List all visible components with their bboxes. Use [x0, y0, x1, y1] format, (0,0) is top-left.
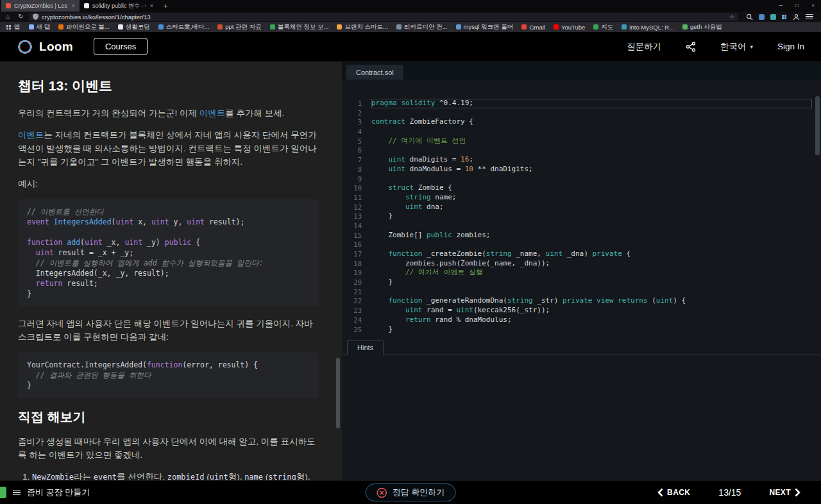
lesson-scrollbar[interactable]	[336, 358, 340, 428]
editor-line[interactable]: 16	[342, 240, 821, 249]
editor-line[interactable]: 9	[342, 174, 821, 184]
editor-line[interactable]: 1pragma solidity ^0.4.19;	[342, 99, 821, 108]
bookmark-item[interactable]: 스타트業,배다...	[158, 23, 210, 31]
editor-line[interactable]: 17 function _createZombie(string _name, …	[342, 249, 821, 259]
bookmark-favicon-icon	[554, 24, 559, 29]
editor-line[interactable]: 8 uint dnaModulus = 10 ** dnaDigits;	[342, 165, 821, 174]
browser-tab[interactable]: solidity public 변수 - Goo...×	[80, 0, 158, 12]
bookmark-label: 앱	[14, 23, 21, 31]
bookmark-item[interactable]: 브랜치 스마트...	[337, 23, 388, 31]
editor-scrollbar[interactable]	[815, 96, 820, 155]
bookmark-item[interactable]: YouTube	[554, 24, 585, 31]
check-answer-button[interactable]: 정답 확인하기	[366, 483, 456, 501]
editor-line[interactable]: 23 uint rand = uint(keccak256(_str));	[342, 306, 821, 315]
bookmark-item[interactable]: 지도	[593, 23, 613, 31]
tab-close-icon[interactable]: ×	[71, 3, 75, 9]
bookmark-item[interactable]: geth 사용법	[682, 23, 722, 31]
bookmark-item[interactable]: mysql 워크맨 폴더	[456, 23, 514, 31]
editor-line[interactable]: 21	[342, 287, 821, 297]
editor-line[interactable]: 7 uint dnaDigits = 16;	[342, 155, 821, 165]
site-header: Loom Courses 질문하기 한국어 ▾ Sign In	[0, 32, 821, 62]
lesson-link[interactable]: 이벤트	[18, 130, 44, 140]
browser-tab[interactable]: CryptoZombies | Lesson ...×	[1, 0, 80, 12]
editor-line[interactable]: 25 }	[342, 325, 821, 335]
editor-line[interactable]: 2	[342, 108, 821, 118]
editor-code-area[interactable]: 1pragma solidity ^0.4.19;2 3contract Zom…	[342, 80, 821, 334]
brand-name[interactable]: Loom	[39, 40, 73, 54]
share-icon[interactable]	[686, 42, 696, 52]
bookmark-item[interactable]: 리카르디안 컨...	[396, 23, 448, 31]
editor-line[interactable]: 3contract ZombieFactory {	[342, 117, 821, 127]
ask-question-link[interactable]: 질문하기	[627, 41, 661, 53]
new-tab-button[interactable]: +	[158, 2, 173, 10]
editor-line[interactable]: 15 Zombie[] public zombies;	[342, 231, 821, 240]
profile-icon[interactable]	[793, 13, 800, 21]
editor-line[interactable]: 20 }	[342, 278, 821, 287]
loom-logo-icon[interactable]	[17, 38, 33, 55]
search-icon[interactable]	[746, 13, 753, 21]
url-bar[interactable]: cryptozombies.io/ko/lesson/1/chapter/13 …	[29, 13, 738, 21]
editor-line-code: uint rand = uint(keccak256(_str));	[371, 306, 812, 315]
bookmarks-bar: 앱새 탭파이썬으로 블...생활코딩스타트業,배다...ppt 관련 자료블록체…	[0, 22, 821, 32]
editor-line[interactable]: 13 }	[342, 212, 821, 221]
editor-line-number: 12	[342, 203, 371, 212]
tab-close-icon[interactable]: ×	[149, 3, 153, 9]
editor-line-number: 22	[342, 296, 371, 306]
editor-line[interactable]: 5 // 여기에 이벤트 선언	[342, 137, 821, 146]
bookmark-label: ppt 관련 자료	[225, 23, 262, 31]
sign-in-link[interactable]: Sign In	[777, 42, 804, 51]
extension-icon[interactable]	[770, 14, 776, 20]
lesson-paragraph: 예시:	[18, 177, 319, 190]
editor-line[interactable]: 6	[342, 146, 821, 155]
home-icon[interactable]: ⌂	[3, 12, 13, 22]
bookmark-item[interactable]: 블록체인 정보 보...	[270, 23, 329, 31]
chapters-menu-icon[interactable]	[13, 490, 21, 495]
courses-button[interactable]: Courses	[94, 38, 148, 55]
bookmark-item[interactable]: into MySQL: R...	[622, 24, 674, 31]
editor-line[interactable]: 24 return rand % dnaModulus;	[342, 315, 821, 325]
bookmark-favicon-icon	[58, 24, 63, 29]
lesson-footer-bar: 좀비 공장 만들기 정답 확인하기 BACK 13/15 NEXT	[0, 480, 821, 504]
lesson-body: 우리의 컨트랙트가 거의 완성되어 가는군! 이제 이벤트를 추가해 보세.이벤…	[18, 106, 319, 480]
apps-grid-icon[interactable]	[782, 15, 784, 17]
next-button[interactable]: NEXT	[769, 488, 800, 497]
code-line	[27, 227, 310, 237]
editor-line-number: 3	[342, 117, 371, 127]
window-minimize-button[interactable]: ─	[773, 0, 789, 12]
bookmark-label: 브랜치 스마트...	[344, 23, 388, 31]
bookmark-star-icon[interactable]: ☆	[729, 13, 734, 20]
editor-line[interactable]: 10 struct Zombie {	[342, 183, 821, 193]
editor-line[interactable]: 19 // 여기서 이벤트 실행	[342, 268, 821, 278]
editor-line[interactable]: 22 function _generateRandomDna(string _s…	[342, 296, 821, 306]
bookmark-item[interactable]: 새 탭	[29, 23, 51, 31]
back-button[interactable]: BACK	[657, 488, 690, 497]
language-selector[interactable]: 한국어 ▾	[720, 41, 753, 53]
inline-code: uint	[210, 473, 228, 480]
extension-icon[interactable]	[759, 14, 765, 20]
bookmark-item[interactable]: Gmail	[521, 24, 545, 31]
editor-line[interactable]: 12 uint dna;	[342, 203, 821, 212]
editor-line[interactable]: 4	[342, 127, 821, 137]
editor-line-code: contract ZombieFactory {	[371, 117, 812, 127]
next-label: NEXT	[769, 488, 791, 497]
editor-line[interactable]: 14	[342, 221, 821, 231]
lesson-link[interactable]: 이벤트	[199, 108, 226, 118]
lesson-text: 예시:	[18, 179, 38, 189]
editor-line-number: 9	[342, 174, 371, 184]
language-label: 한국어	[720, 41, 747, 53]
lesson-code-block: YourContract.IntegersAdded(function(erro…	[18, 352, 319, 398]
bookmark-item[interactable]: 생활코딩	[118, 23, 150, 31]
window-close-button[interactable]: ×	[805, 0, 821, 12]
bookmark-label: 지도	[601, 23, 613, 31]
bookmark-item[interactable]: 앱	[6, 23, 21, 31]
menu-icon[interactable]	[806, 14, 813, 19]
hints-tab[interactable]: Hints	[347, 340, 384, 355]
editor-line[interactable]: 11 string name;	[342, 193, 821, 203]
editor-line[interactable]: 18 zombies.push(Zombie(_name, _dna));	[342, 259, 821, 269]
refresh-icon[interactable]: ↻	[16, 12, 26, 22]
bookmark-item[interactable]: 파이썬으로 블...	[58, 23, 110, 31]
window-maximize-button[interactable]: □	[789, 0, 805, 12]
bookmark-item[interactable]: ppt 관련 자료	[217, 23, 262, 31]
tab-favicon-icon	[6, 3, 11, 8]
editor-file-tab[interactable]: Contract.sol	[346, 65, 403, 80]
